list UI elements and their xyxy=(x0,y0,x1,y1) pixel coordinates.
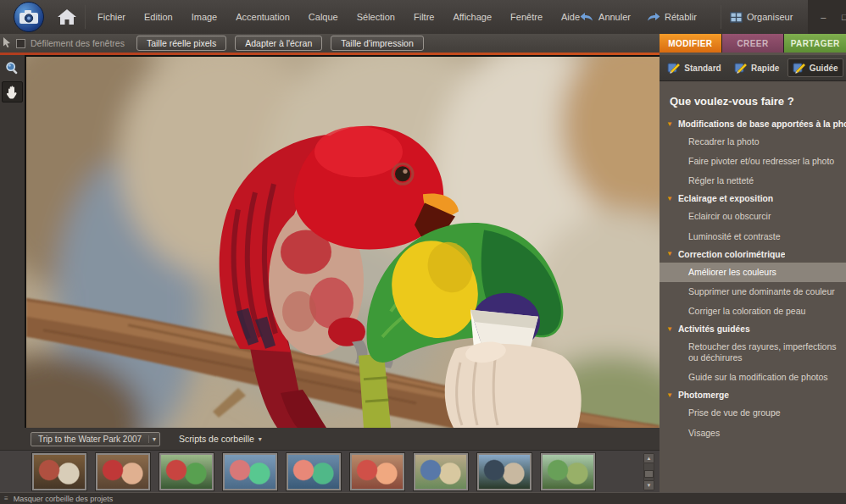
bin-actions-menu[interactable]: Scripts de corbeille ▾ xyxy=(179,434,262,444)
photo-thumbnail[interactable] xyxy=(32,453,86,490)
section-title-label: Activités guidées xyxy=(678,324,750,334)
window-controls: – □ × xyxy=(808,0,846,34)
menu-items: FichierEditionImageAccentuationCalqueSél… xyxy=(97,12,580,22)
home-icon xyxy=(58,9,76,25)
mode-tab-guidee[interactable]: Guidée xyxy=(788,58,843,77)
menu-edition[interactable]: Edition xyxy=(144,12,173,22)
button-taille-d-impression[interactable]: Taille d'impression xyxy=(331,36,423,51)
mode-tab-rapide[interactable]: Rapide xyxy=(729,58,784,77)
section-title-label: Modifications de base apportées à la pho… xyxy=(678,119,846,129)
minimize-button[interactable]: – xyxy=(818,12,828,22)
scrollbar-track[interactable] xyxy=(643,463,654,480)
undo-icon xyxy=(580,12,594,22)
menu-bar: FichierEditionImageAccentuationCalqueSél… xyxy=(0,0,846,34)
menu-fichier[interactable]: Fichier xyxy=(97,12,125,22)
photo-thumbnail[interactable] xyxy=(477,453,532,490)
guided-task-visages[interactable]: Visages xyxy=(660,424,846,443)
photo-bin-header: Trip to the Water Park 2007 ▾ Scripts de… xyxy=(0,428,660,450)
photo-thumbnail[interactable] xyxy=(223,453,277,490)
section-modifications-de-base-apportees-a-la-photo[interactable]: ▼Modifications de base apportées à la ph… xyxy=(660,116,846,132)
photo-thumbnail[interactable] xyxy=(96,453,150,490)
menu-aide[interactable]: Aide xyxy=(561,12,580,22)
menu-calque[interactable]: Calque xyxy=(309,12,338,22)
collapse-bin-icon[interactable]: ≡ xyxy=(4,495,8,502)
section-title-label: Photomerge xyxy=(678,390,729,400)
mode-label: Guidée xyxy=(810,64,838,73)
photo-bin-thumbnails: ▲ ▼ xyxy=(0,450,660,492)
undo-button[interactable]: Annuler xyxy=(580,12,631,22)
redo-icon xyxy=(646,12,660,22)
section-photomerge[interactable]: ▼Photomerge xyxy=(660,387,846,403)
guided-task-guide-sur-la-modification-de-photos[interactable]: Guide sur la modification de photos xyxy=(660,368,846,387)
section-correction-colorimetrique[interactable]: ▼Correction colorimétrique xyxy=(660,246,846,263)
collapse-triangle-icon[interactable]: ▼ xyxy=(666,196,673,202)
guided-task-recadrer-la-photo[interactable]: Recadrer la photo xyxy=(660,132,846,152)
zoom-tool-button[interactable] xyxy=(2,58,23,79)
hide-bin-label[interactable]: Masquer corbeille des projets xyxy=(14,495,114,503)
button-adapter-a-l-ecran[interactable]: Adapter à l'écran xyxy=(235,36,322,51)
photo-thumbnail[interactable] xyxy=(159,453,214,490)
menu-accentuation[interactable]: Accentuation xyxy=(236,12,290,22)
collapse-triangle-icon[interactable]: ▼ xyxy=(666,121,673,128)
scroll-down-arrow-icon[interactable]: ▼ xyxy=(643,480,654,490)
scroll-all-windows-label: Défilement des fenêtres xyxy=(31,38,125,48)
menu-affichage[interactable]: Affichage xyxy=(453,12,492,22)
guided-task-retoucher-des-rayures-imperfections-ou-dechirures[interactable]: Retoucher des rayures, imperfections ou … xyxy=(660,337,846,368)
section-activites-guidees[interactable]: ▼Activités guidées xyxy=(660,321,846,337)
section-title-label: Eclairage et exposition xyxy=(678,194,773,203)
photo-thumbnail[interactable] xyxy=(414,453,468,490)
organizer-grid-icon xyxy=(730,12,743,23)
menu-fenetre[interactable]: Fenêtre xyxy=(510,12,543,22)
menu-image[interactable]: Image xyxy=(192,12,218,22)
guided-task-corriger-la-coloration-de-peau[interactable]: Corriger la coloration de peau xyxy=(660,302,846,321)
mode-tab-standard[interactable]: Standard xyxy=(662,58,726,77)
album-dropdown[interactable]: Trip to the Water Park 2007 ▾ xyxy=(31,432,160,446)
guided-task-eclaircir-ou-obscurcir[interactable]: Eclaircir ou obscurcir xyxy=(660,207,846,226)
restore-button[interactable]: □ xyxy=(839,12,846,22)
organizer-button[interactable]: Organiseur xyxy=(730,12,793,23)
guided-task-supprimer-une-dominante-de-couleur[interactable]: Supprimer une dominante de couleur xyxy=(660,282,846,302)
panel-tabs: MODIFIERCREERPARTAGER xyxy=(660,34,846,53)
photo-thumbnail[interactable] xyxy=(541,453,595,490)
collapse-triangle-icon[interactable]: ▼ xyxy=(666,251,673,258)
photo-thumbnail[interactable] xyxy=(287,453,341,490)
scrollbar-thumb[interactable] xyxy=(644,470,654,478)
separator xyxy=(85,5,86,29)
status-bar: ≡ Masquer corbeille des projets xyxy=(0,492,846,504)
pencil-icon xyxy=(793,62,806,74)
redo-button[interactable]: Rétablir xyxy=(646,12,697,22)
redo-label: Rétablir xyxy=(665,12,697,22)
mode-label: Standard xyxy=(684,64,721,73)
chevron-down-icon: ▾ xyxy=(148,435,159,443)
section-eclairage-et-exposition[interactable]: ▼Eclairage et exposition xyxy=(660,191,846,207)
organizer-label: Organiseur xyxy=(747,12,793,22)
app-logo-camera-icon[interactable] xyxy=(14,2,44,32)
hand-icon xyxy=(6,86,19,99)
photo-thumbnail[interactable] xyxy=(350,453,404,490)
home-button[interactable] xyxy=(58,9,76,25)
guided-task-luminosite-et-contraste[interactable]: Luminosité et contraste xyxy=(660,227,846,246)
collapse-triangle-icon[interactable]: ▼ xyxy=(666,326,673,333)
zoom-option-buttons: Taille réelle pixelsAdapter à l'écranTai… xyxy=(136,36,424,51)
scroll-up-arrow-icon[interactable]: ▲ xyxy=(643,453,654,463)
button-taille-reelle-pixels[interactable]: Taille réelle pixels xyxy=(136,36,226,51)
collapse-triangle-icon[interactable]: ▼ xyxy=(666,392,673,399)
guided-task-prise-de-vue-de-groupe[interactable]: Prise de vue de groupe xyxy=(660,403,846,423)
guided-task-regler-la-nettete[interactable]: Régler la netteté xyxy=(660,171,846,191)
task-panel: MODIFIERCREERPARTAGER StandardRapideGuid… xyxy=(660,34,846,492)
photoshop-elements-window: { "menu": { "items": ["Fichier","Edition… xyxy=(0,0,846,504)
menu-filtre[interactable]: Filtre xyxy=(414,12,434,22)
hand-tool-button[interactable] xyxy=(2,81,23,102)
tab-modifier[interactable]: MODIFIER xyxy=(660,34,721,53)
tab-creer[interactable]: CREER xyxy=(722,34,784,53)
tab-partager[interactable]: PARTAGER xyxy=(784,34,846,53)
magnifier-icon xyxy=(5,61,19,75)
guided-task-faire-pivoter-et-ou-redresser-la-photo[interactable]: Faire pivoter et/ou redresser la photo xyxy=(660,152,846,171)
menu-selection[interactable]: Sélection xyxy=(357,12,395,22)
guided-task-ameliorer-les-couleurs[interactable]: Améliorer les couleurs xyxy=(660,263,846,282)
bin-scrollbar[interactable]: ▲ ▼ xyxy=(643,453,654,490)
scroll-all-windows-checkbox[interactable] xyxy=(16,39,25,48)
active-tool-icon xyxy=(3,36,11,51)
camera-icon xyxy=(19,10,38,24)
image-canvas[interactable] xyxy=(25,55,660,428)
